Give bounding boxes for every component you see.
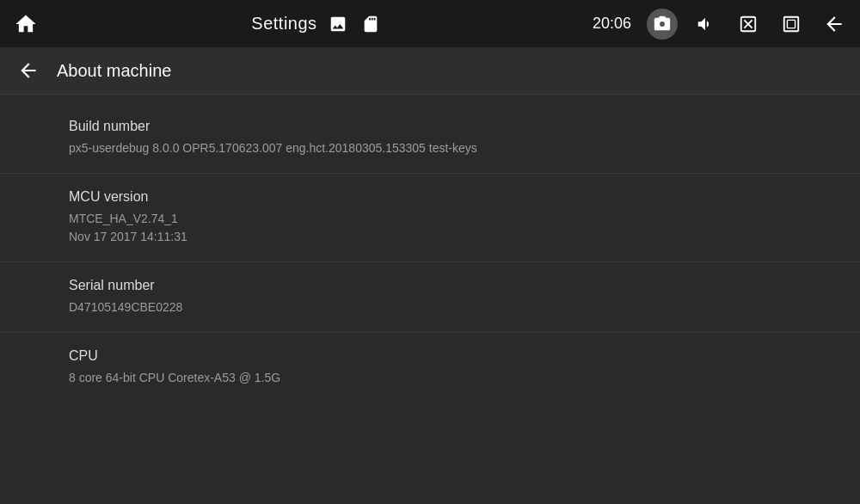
back-button[interactable] <box>17 59 40 82</box>
volume-icon[interactable] <box>690 9 721 40</box>
info-value: D47105149CBE0228 <box>69 298 791 317</box>
svg-rect-1 <box>784 16 799 31</box>
close-icon[interactable] <box>733 9 764 40</box>
info-item: MCU versionMTCE_HA_V2.74_1 Nov 17 2017 1… <box>0 174 860 262</box>
status-bar-left <box>10 9 41 40</box>
info-value: MTCE_HA_V2.74_1 Nov 17 2017 14:11:31 <box>69 210 791 246</box>
image-icon[interactable] <box>326 12 350 36</box>
info-label: CPU <box>69 348 791 364</box>
status-bar-center: Settings <box>251 12 382 36</box>
home-icon[interactable] <box>10 9 41 40</box>
info-item: Build numberpx5-userdebug 8.0.0 OPR5.170… <box>0 103 860 174</box>
app-title: Settings <box>251 14 316 34</box>
info-value: px5-userdebug 8.0.0 OPR5.170623.007 eng.… <box>69 139 791 157</box>
info-item: Serial numberD47105149CBE0228 <box>0 262 860 333</box>
time-display: 20:06 <box>593 15 631 33</box>
sd-card-icon[interactable] <box>359 12 383 36</box>
info-item: CPU8 core 64-bit CPU Coretex-A53 @ 1.5G <box>0 333 860 403</box>
info-label: Serial number <box>69 278 791 293</box>
status-bar-right: 20:06 <box>593 9 850 40</box>
camera-icon[interactable] <box>647 9 678 40</box>
svg-rect-2 <box>787 20 795 28</box>
info-label: MCU version <box>69 189 791 205</box>
return-icon[interactable] <box>819 9 850 40</box>
info-value: 8 core 64-bit CPU Coretex-A53 @ 1.5G <box>69 369 791 387</box>
window-icon[interactable] <box>776 9 807 40</box>
page-title: About machine <box>57 61 171 81</box>
sub-header: About machine <box>0 47 860 95</box>
info-label: Build number <box>69 119 791 134</box>
status-bar: Settings 20:06 <box>0 0 860 47</box>
content-area: Build numberpx5-userdebug 8.0.0 OPR5.170… <box>0 95 860 504</box>
